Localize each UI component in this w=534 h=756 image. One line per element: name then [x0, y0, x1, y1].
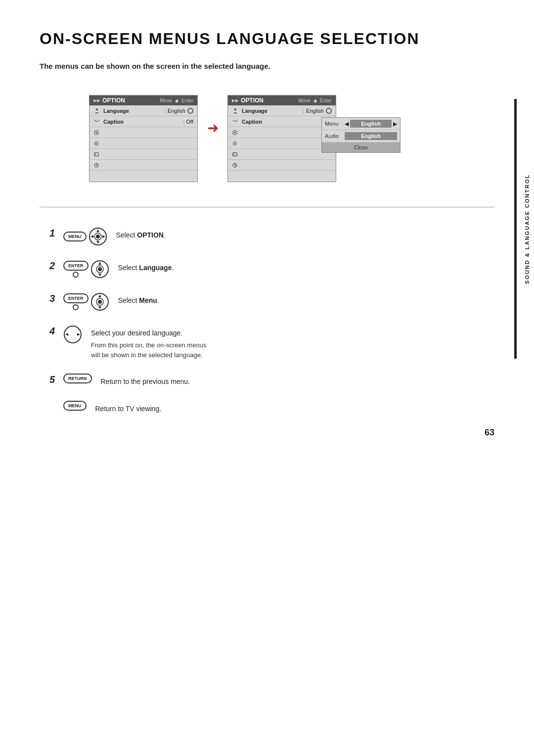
- step-2-icons: ENTER: [63, 260, 109, 279]
- step-4-subtext: From this point on, the on-screen menusw…: [91, 340, 206, 360]
- menu-button-2[interactable]: MENU: [63, 401, 87, 411]
- screen2-language-row: Language : English: [228, 105, 336, 116]
- step-3-icons: ENTER: [63, 292, 109, 311]
- step-1-bold: OPTION: [137, 231, 164, 239]
- step-6-icons: MENU: [63, 401, 87, 411]
- svg-point-2: [95, 132, 97, 133]
- screen1-enter-label: Enter: [181, 98, 193, 103]
- svg-marker-33: [98, 306, 101, 309]
- svg-point-29: [98, 267, 102, 271]
- step-2: 2 ENTER Select Language.: [49, 260, 494, 279]
- popup-audio-value: English: [345, 132, 397, 140]
- step-1-text: Select OPTION.: [116, 227, 166, 240]
- svg-point-3: [94, 141, 98, 145]
- screen1-caption-row: Caption : Off: [89, 116, 197, 127]
- menu-button[interactable]: MENU: [63, 232, 87, 241]
- svg-point-9: [234, 108, 236, 110]
- popup-left-arrow-icon: ◀: [345, 121, 349, 127]
- language-popup: Menu ◀ English ▶ Audio English Close: [321, 117, 400, 153]
- arrow-icon: ➜: [207, 120, 219, 136]
- screen2: ▶▶ OPTION Move ◆ Enter Language : E: [227, 95, 336, 182]
- step-5-text: Return to the previous menu.: [101, 374, 190, 387]
- step-4-number: 4: [49, 325, 61, 336]
- screen1-enter-icon: [187, 108, 193, 114]
- screen2-nav-label: Move: [299, 98, 311, 103]
- screen2-caption-label: Caption: [242, 119, 321, 125]
- step-5-icons: RETURN: [63, 374, 92, 383]
- screen2-enter-icon: [326, 108, 332, 114]
- screen2-option-label: OPTION: [241, 97, 264, 104]
- svg-point-0: [96, 108, 98, 110]
- page-subtitle: The menus can be shown on the screen in …: [40, 62, 494, 70]
- screen1-nav-label: Move: [160, 98, 172, 103]
- screen1-option-label: OPTION: [102, 97, 125, 104]
- popup-menu-row: Menu ◀ English ▶: [322, 118, 400, 130]
- svg-marker-27: [98, 262, 101, 265]
- step-6-number: [49, 401, 61, 412]
- screen1-header: ▶▶ OPTION Move ◆ Enter: [89, 95, 197, 105]
- step-2-number: 2: [49, 260, 61, 271]
- svg-point-12: [232, 141, 237, 145]
- svg-point-11: [234, 132, 235, 133]
- svg-marker-37: [77, 333, 80, 336]
- screen2-enter-label: Enter: [320, 98, 332, 103]
- screen1-caption-value: : Off: [183, 119, 193, 125]
- svg-point-24: [96, 235, 100, 238]
- screen1-language-label: Language: [103, 108, 165, 114]
- page-number: 63: [485, 427, 494, 438]
- svg-marker-20: [96, 229, 99, 232]
- popup-menu-label: Menu: [325, 121, 345, 127]
- arrow-divider: ➜: [198, 95, 227, 136]
- svg-rect-13: [233, 152, 237, 156]
- svg-line-17: [235, 165, 236, 166]
- step-3-bold: Menu: [139, 296, 157, 304]
- step-3: 3 ENTER Select Menu.: [49, 292, 494, 311]
- left-right-nav-icon: [63, 325, 82, 344]
- nav-wheel-icon-2: [90, 260, 109, 279]
- svg-marker-28: [98, 274, 101, 277]
- svg-rect-4: [94, 152, 99, 156]
- svg-marker-23: [102, 235, 105, 238]
- svg-marker-21: [96, 241, 99, 244]
- enter-button-2[interactable]: ENTER: [63, 261, 89, 271]
- screen2-language-label: Language: [242, 108, 303, 114]
- popup-close-button[interactable]: Close: [322, 142, 400, 152]
- page-title: On-Screen Menus Language Selection: [40, 30, 494, 48]
- svg-line-8: [96, 165, 98, 166]
- screen1-icon-row1: Language : English: [89, 105, 197, 116]
- enter-center-icon: [73, 272, 79, 278]
- step-1-icons: MENU: [63, 227, 107, 246]
- step-2-bold: Language: [139, 264, 172, 272]
- enter-center-icon-3: [73, 304, 79, 310]
- step-4-text: Select your desired language.: [91, 325, 206, 338]
- popup-audio-row: Audio English: [322, 130, 400, 142]
- enter-button-3[interactable]: ENTER: [63, 293, 89, 303]
- step-6: MENU Return to TV viewing.: [49, 401, 494, 414]
- step-1: 1 MENU Select OPTION.: [49, 227, 494, 246]
- section-divider: [40, 207, 494, 207]
- step-1-number: 1: [49, 227, 61, 238]
- screen1-caption-label: Caption: [103, 119, 183, 125]
- step-4: 4 Select your desired language. From thi…: [49, 325, 494, 360]
- steps-section: 1 MENU Select OPTION. 2: [40, 227, 494, 414]
- popup-menu-value: English: [350, 120, 392, 128]
- screen1: ▶▶ OPTION Move ◆ Enter Language : Englis…: [89, 95, 198, 182]
- step-6-text: Return to TV viewing.: [95, 401, 162, 414]
- svg-marker-32: [98, 294, 101, 297]
- screen2-caption-row: Caption : Off: [228, 116, 336, 127]
- svg-point-34: [98, 300, 102, 304]
- step-3-number: 3: [49, 292, 61, 303]
- screen2-header: ▶▶ OPTION Move ◆ Enter: [228, 95, 336, 105]
- side-label: Sound & Language Control: [520, 0, 534, 458]
- screen1-language-value: : English: [165, 108, 185, 114]
- step-3-text: Select Menu.: [118, 292, 159, 306]
- step-5: 5 RETURN Return to the previous menu.: [49, 374, 494, 387]
- screen2-wrapper: ▶▶ OPTION Move ◆ Enter Language : E: [227, 95, 336, 182]
- screen2-language-value: : English: [303, 108, 324, 114]
- step-4-text-block: Select your desired language. From this …: [91, 325, 206, 360]
- svg-marker-22: [90, 235, 93, 238]
- svg-marker-36: [65, 333, 68, 336]
- popup-right-arrow-icon: ▶: [393, 121, 397, 127]
- step-2-text: Select Language.: [118, 260, 174, 273]
- return-button[interactable]: RETURN: [63, 374, 92, 383]
